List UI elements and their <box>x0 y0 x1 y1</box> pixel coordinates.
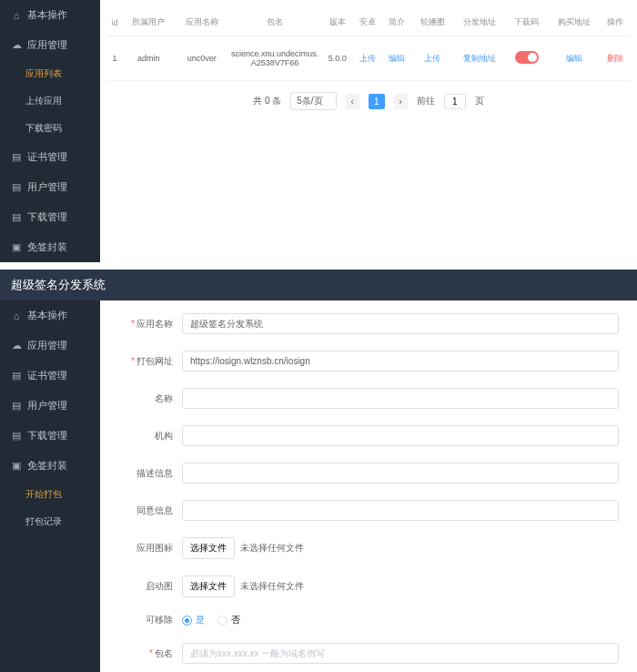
cloud-icon: ☁ <box>11 341 22 351</box>
th-buy: 购买地址 <box>547 9 600 36</box>
cert-icon: ▤ <box>11 371 22 382</box>
sidebar-item-apps[interactable]: ☁ 应用管理 <box>0 30 100 60</box>
pager-size-select[interactable]: 5条/页 <box>290 92 336 110</box>
th-id: id <box>107 9 122 36</box>
sidebar-label: 用户管理 <box>27 399 67 412</box>
lbl-appname: 应用名称 <box>136 319 173 329</box>
lbl-launch: 启动图 <box>146 581 173 591</box>
sidebar-sub-startpack[interactable]: 开始打包 <box>0 481 100 508</box>
bottom-main: *应用名称 *打包网址 名称 机构 描述信息 同意信息 应用图标 选择文件 未选… <box>100 300 637 672</box>
top-app: ⌂ 基本操作 ☁ 应用管理 应用列表 上传应用 下载密码 ▤ 证书管理 ▤ 用户… <box>0 0 637 262</box>
link-delete[interactable]: 删除 <box>607 54 623 63</box>
th-ver: 版本 <box>321 9 353 36</box>
pager-total: 共 0 条 <box>253 95 281 107</box>
top-sidebar: ⌂ 基本操作 ☁ 应用管理 应用列表 上传应用 下载密码 ▤ 证书管理 ▤ 用户… <box>0 0 100 262</box>
input-appname[interactable] <box>182 313 619 334</box>
sidebar-item-package[interactable]: ▣ 免签封装 <box>0 232 100 262</box>
input-consent[interactable] <box>182 500 619 521</box>
titlebar: 超级签名分发系统 <box>0 270 637 300</box>
sidebar-sub-upload[interactable]: 上传应用 <box>0 87 100 115</box>
table-row: 1 admin unc0ver science.xnu.undecimus.A2… <box>107 36 630 81</box>
sidebar-item-basic[interactable]: ⌂ 基本操作 <box>0 0 100 30</box>
link-intro-edit[interactable]: 编辑 <box>389 54 405 63</box>
pager-goto-label: 前往 <box>417 95 435 107</box>
radio-yes[interactable]: 是 <box>182 614 205 626</box>
th-intro: 简介 <box>382 9 411 36</box>
file-text-launch: 未选择任何文件 <box>240 580 304 593</box>
pager-next[interactable]: › <box>394 94 408 109</box>
sidebar-item-basic[interactable]: ⌂ 基本操作 <box>0 300 100 331</box>
pager-page-1[interactable]: 1 <box>369 94 385 109</box>
download-icon: ▤ <box>11 212 22 223</box>
sidebar-sub-applist[interactable]: 应用列表 <box>0 60 100 87</box>
sidebar-label: 下载管理 <box>27 210 67 224</box>
sidebar-item-package[interactable]: ▣ 免签封装 <box>0 451 100 481</box>
lbl-desc: 描述信息 <box>136 468 173 478</box>
sidebar-item-download[interactable]: ▤ 下载管理 <box>0 202 100 232</box>
sidebar-label: 基本操作 <box>27 8 67 22</box>
cert-icon: ▤ <box>11 152 22 163</box>
th-name: 应用名称 <box>175 9 228 36</box>
pager-goto-input[interactable] <box>444 94 466 109</box>
link-android-upload[interactable]: 上传 <box>359 54 376 63</box>
th-carousel: 轮播图 <box>411 9 452 36</box>
input-pkgname[interactable] <box>182 643 619 664</box>
sidebar-item-user[interactable]: ▤ 用户管理 <box>0 172 100 202</box>
input-org[interactable] <box>182 425 619 446</box>
lbl-name: 名称 <box>155 393 173 403</box>
sidebar-label: 证书管理 <box>27 369 67 382</box>
download-icon: ▤ <box>11 431 22 442</box>
cell-ver: 5.0.0 <box>321 36 353 81</box>
sidebar-label: 基本操作 <box>27 309 67 322</box>
file-button-icon[interactable]: 选择文件 <box>182 537 235 559</box>
sidebar-sub-dlpwd[interactable]: 下载密码 <box>0 115 100 142</box>
sidebar-sub-packlog[interactable]: 打包记录 <box>0 508 100 535</box>
sidebar-item-cert[interactable]: ▤ 证书管理 <box>0 142 100 172</box>
link-buy-edit[interactable]: 编辑 <box>566 54 582 63</box>
th-user: 所属用户 <box>122 9 175 36</box>
bottom-app: ⌂ 基本操作 ☁ 应用管理 ▤ 证书管理 ▤ 用户管理 ▤ 下载管理 ▣ 免签封… <box>0 300 637 672</box>
sidebar-item-cert[interactable]: ▤ 证书管理 <box>0 361 100 391</box>
sidebar-item-apps[interactable]: ☁ 应用管理 <box>0 331 100 361</box>
input-packurl[interactable] <box>182 351 619 372</box>
pager-prev[interactable]: ‹ <box>346 94 359 109</box>
th-dlcode: 下载码 <box>506 9 547 36</box>
sidebar-label: 下载管理 <box>27 429 67 443</box>
lbl-removable: 可移除 <box>146 615 173 625</box>
sidebar-label: 免签封装 <box>27 240 67 254</box>
pagination: 共 0 条 5条/页 ‹ 1 › 前往 页 <box>107 81 630 121</box>
cloud-icon: ☁ <box>11 40 22 51</box>
cell-user: admin <box>122 36 175 81</box>
sidebar-label: 免签封装 <box>27 459 67 473</box>
toggle-dlcode[interactable] <box>515 51 539 64</box>
sidebar-item-download[interactable]: ▤ 下载管理 <box>0 421 100 451</box>
file-button-launch[interactable]: 选择文件 <box>182 575 235 597</box>
input-name[interactable] <box>182 388 619 409</box>
bottom-sidebar: ⌂ 基本操作 ☁ 应用管理 ▤ 证书管理 ▤ 用户管理 ▤ 下载管理 ▣ 免签封… <box>0 300 100 672</box>
sidebar-label: 应用管理 <box>27 38 67 52</box>
th-op: 操作 <box>601 9 630 36</box>
sidebar-label: 应用管理 <box>27 339 67 352</box>
lbl-pkgname: 包名 <box>155 648 173 658</box>
input-desc[interactable] <box>182 463 619 484</box>
sidebar-item-user[interactable]: ▤ 用户管理 <box>0 391 100 421</box>
pager-unit: 页 <box>475 95 484 107</box>
link-copy-dist[interactable]: 复制地址 <box>463 54 496 63</box>
lbl-org: 机构 <box>155 431 173 441</box>
radio-dot-icon <box>217 616 228 626</box>
user-icon: ▤ <box>11 182 22 193</box>
app-table: id 所属用户 应用名称 包名 版本 安卓 简介 轮播图 分发地址 下载码 购买… <box>107 9 630 81</box>
lbl-consent: 同意信息 <box>136 505 173 515</box>
radio-no[interactable]: 否 <box>217 614 240 626</box>
sidebar-label: 用户管理 <box>27 180 67 194</box>
file-text-icon: 未选择任何文件 <box>240 542 304 555</box>
package-icon: ▣ <box>11 242 22 253</box>
cell-name: unc0ver <box>175 36 228 81</box>
th-android: 安卓 <box>353 9 382 36</box>
th-dist: 分发地址 <box>453 9 506 36</box>
link-carousel-upload[interactable]: 上传 <box>424 54 440 63</box>
home-icon: ⌂ <box>11 10 22 21</box>
cell-pkg: science.xnu.undecimus.A2538V7F66 <box>228 36 321 81</box>
cell-id: 1 <box>107 36 122 81</box>
top-main: id 所属用户 应用名称 包名 版本 安卓 简介 轮播图 分发地址 下载码 购买… <box>100 0 637 262</box>
